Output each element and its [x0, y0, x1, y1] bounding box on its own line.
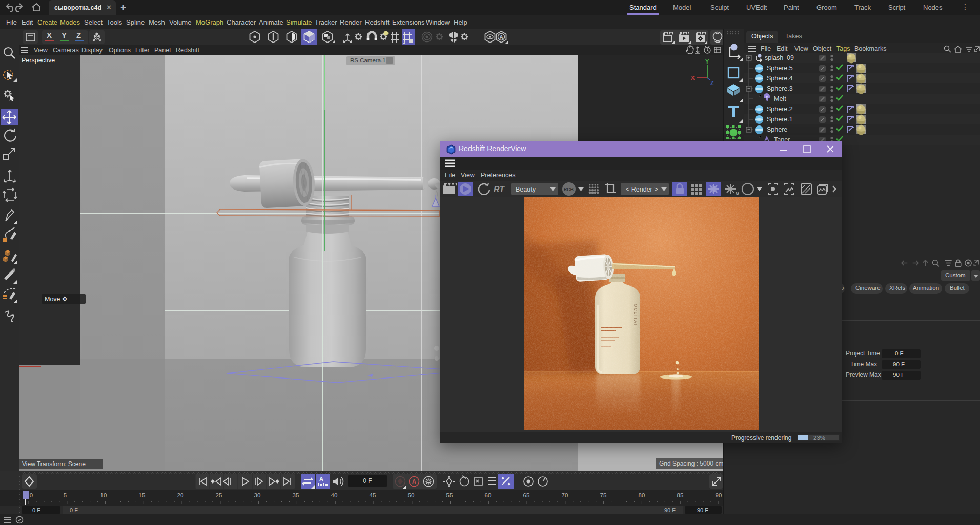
svg-text:Sphere.4: Sphere.4 — [767, 75, 793, 82]
svg-text:splash_09: splash_09 — [765, 54, 794, 61]
svg-text:70: 70 — [562, 492, 568, 498]
svg-text:Sphere.5: Sphere.5 — [767, 65, 793, 72]
svg-text:5: 5 — [64, 492, 67, 498]
svg-text:90 F: 90 F — [664, 507, 676, 513]
svg-text:65: 65 — [523, 492, 530, 498]
svg-text:0 F: 0 F — [363, 477, 372, 485]
svg-text:Sphere: Sphere — [767, 126, 787, 133]
svg-text:RGB: RGB — [564, 187, 574, 192]
svg-text:Beauty: Beauty — [516, 186, 536, 193]
svg-text:X: X — [47, 31, 52, 39]
svg-text:60: 60 — [485, 492, 492, 498]
svg-text:Melt: Melt — [774, 95, 786, 102]
svg-text:A: A — [412, 478, 417, 486]
svg-text:Z: Z — [710, 80, 714, 86]
svg-text:40: 40 — [331, 492, 338, 498]
svg-text:80: 80 — [639, 492, 645, 498]
svg-text:G: G — [736, 191, 739, 196]
svg-text:Sphere.1: Sphere.1 — [767, 116, 793, 123]
svg-text:Y: Y — [62, 31, 67, 39]
svg-text:Z: Z — [76, 31, 81, 39]
svg-text:85: 85 — [677, 492, 684, 498]
svg-text:45: 45 — [370, 492, 376, 498]
svg-text:25: 25 — [216, 492, 222, 498]
svg-text:Sphere.2: Sphere.2 — [767, 106, 793, 113]
svg-text:90 F: 90 F — [697, 507, 708, 513]
svg-text:55: 55 — [446, 492, 453, 498]
svg-text:50: 50 — [408, 492, 415, 498]
svg-text:RT: RT — [494, 185, 505, 194]
svg-text:< Render >: < Render > — [626, 186, 658, 193]
svg-text:90: 90 — [716, 492, 722, 498]
svg-text:X: X — [691, 75, 695, 81]
svg-text:0: 0 — [30, 492, 33, 498]
svg-text:0 F: 0 F — [70, 507, 78, 513]
svg-text:15: 15 — [139, 492, 146, 498]
svg-text:A: A — [500, 34, 503, 40]
svg-text:10: 10 — [100, 492, 107, 498]
svg-text:Y: Y — [705, 58, 709, 65]
svg-text:30: 30 — [254, 492, 261, 498]
svg-text:A: A — [319, 476, 323, 482]
svg-text:35: 35 — [293, 492, 299, 498]
svg-text:75: 75 — [600, 492, 607, 498]
svg-text:Sphere.3: Sphere.3 — [767, 85, 793, 92]
svg-text:0 F: 0 F — [32, 507, 40, 513]
svg-text:20: 20 — [177, 492, 184, 498]
